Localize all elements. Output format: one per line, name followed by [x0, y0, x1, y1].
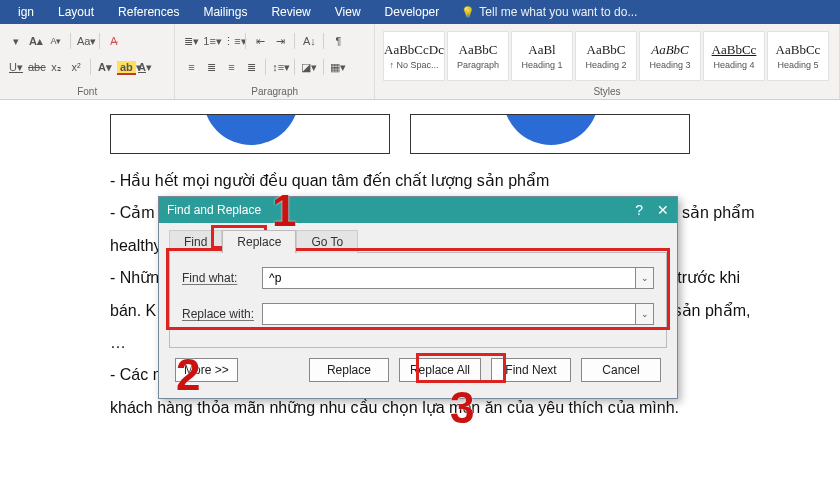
dialog-tabs: Find Replace Go To — [169, 229, 667, 252]
style-name: Heading 2 — [576, 60, 636, 70]
show-marks-icon[interactable]: ¶ — [330, 35, 346, 47]
ribbon-tab-mailings[interactable]: Mailings — [191, 1, 259, 23]
underline-dropdown-icon[interactable]: U▾ — [8, 61, 24, 74]
more-button[interactable]: More >> — [175, 358, 238, 382]
find-what-field: Find what: ⌄ — [182, 267, 654, 289]
style-name: Heading 5 — [768, 60, 828, 70]
ribbon: ▾ A▴ A▾ Aa▾ A̶ U▾ abc x₂ x² A▾ ab▾ A▾ Fo… — [0, 24, 840, 100]
superscript-icon[interactable]: x² — [68, 61, 84, 73]
document-area: - Hầu hết mọi người đều quan tâm đến chấ… — [0, 100, 840, 423]
style-preview: AaBbCc — [768, 42, 828, 58]
highlight-icon[interactable]: ab▾ — [117, 61, 133, 74]
style-name: Heading 4 — [704, 60, 764, 70]
bullets-icon[interactable]: ≣▾ — [183, 35, 199, 48]
replace-with-field: Replace with: ⌄ — [182, 303, 654, 325]
style-name: Heading 1 — [512, 60, 572, 70]
font-style-row: U▾ abc x₂ x² A▾ ab▾ A▾ — [8, 54, 166, 80]
font-grow-shrink-row: ▾ A▴ A▾ Aa▾ A̶ — [8, 28, 166, 54]
find-what-dropdown[interactable]: ⌄ — [636, 267, 654, 289]
multilevel-list-icon[interactable]: ⋮≡▾ — [223, 35, 239, 48]
style-name: Heading 3 — [640, 60, 700, 70]
style-tile[interactable]: AaBbCcHeading 4 — [703, 31, 765, 81]
lightbulb-icon: 💡 — [461, 6, 475, 19]
font-group-label: Font — [0, 86, 174, 97]
line-spacing-icon[interactable]: ↕≡▾ — [272, 61, 288, 74]
styles-gallery[interactable]: AaBbCcDc↑ No Spac...AaBbCParagraphAaBlHe… — [383, 28, 831, 81]
style-preview: AaBbCcDc — [384, 42, 444, 58]
cancel-button[interactable]: Cancel — [581, 358, 661, 382]
ribbon-tab-references[interactable]: References — [106, 1, 191, 23]
decrease-indent-icon[interactable]: ⇤ — [252, 35, 268, 48]
blue-circle-shape — [203, 114, 299, 145]
grow-font-icon[interactable]: A▴ — [28, 35, 44, 48]
tab-goto[interactable]: Go To — [296, 230, 358, 253]
strikethrough-icon[interactable]: abc — [28, 61, 44, 73]
help-button[interactable]: ? — [635, 202, 643, 218]
blue-circle-shape — [503, 114, 599, 145]
image-frames-row — [110, 114, 810, 154]
paragraph-group-label: Paragraph — [175, 86, 374, 97]
close-button[interactable]: ✕ — [657, 202, 669, 218]
replace-button[interactable]: Replace — [309, 358, 389, 382]
ribbon-tab-view[interactable]: View — [323, 1, 373, 23]
styles-group: AaBbCcDc↑ No Spac...AaBbCParagraphAaBlHe… — [375, 24, 840, 99]
numbering-icon[interactable]: 1≡▾ — [203, 35, 219, 48]
style-tile[interactable]: AaBbCcDc↑ No Spac... — [383, 31, 445, 81]
shrink-font-icon[interactable]: A▾ — [48, 36, 64, 46]
find-replace-dialog: Find and Replace ? ✕ Find Replace Go To … — [158, 196, 678, 399]
replace-with-dropdown[interactable]: ⌄ — [636, 303, 654, 325]
style-tile[interactable]: AaBbCHeading 3 — [639, 31, 701, 81]
ribbon-tab-strip: ign Layout References Mailings Review Vi… — [0, 0, 840, 24]
style-name: Paragraph — [448, 60, 508, 70]
tell-me-placeholder: Tell me what you want to do... — [479, 5, 637, 19]
change-case-icon[interactable]: Aa▾ — [77, 35, 93, 48]
separator — [90, 59, 91, 75]
font-color-icon[interactable]: A▾ — [137, 61, 153, 74]
doc-line: - Hầu hết mọi người đều quan tâm đến chấ… — [110, 166, 810, 196]
separator — [99, 33, 100, 49]
ribbon-tab-developer[interactable]: Developer — [373, 1, 452, 23]
subscript-icon[interactable]: x₂ — [48, 61, 64, 74]
style-preview: AaBl — [512, 42, 572, 58]
paragraph-group: ≣▾ 1≡▾ ⋮≡▾ ⇤ ⇥ A↓ ¶ ≡ ≣ ≡ ≣ ↕≡▾ ◪▾ ▦▾ Pa… — [175, 24, 375, 99]
style-tile[interactable]: AaBbCHeading 2 — [575, 31, 637, 81]
replace-with-input[interactable] — [262, 303, 636, 325]
find-next-button[interactable]: Find Next — [491, 358, 571, 382]
sort-icon[interactable]: A↓ — [301, 35, 317, 47]
tab-find[interactable]: Find — [169, 230, 222, 253]
replace-with-label: Replace with: — [182, 307, 262, 321]
shading-icon[interactable]: ◪▾ — [301, 61, 317, 74]
text-effects-icon[interactable]: A▾ — [97, 61, 113, 74]
ribbon-tab-layout[interactable]: Layout — [46, 1, 106, 23]
image-frame[interactable] — [410, 114, 690, 154]
style-preview: AaBbC — [640, 42, 700, 58]
align-right-icon[interactable]: ≡ — [223, 61, 239, 73]
borders-icon[interactable]: ▦▾ — [330, 61, 346, 74]
increase-indent-icon[interactable]: ⇥ — [272, 35, 288, 48]
font-dropdown-icon[interactable]: ▾ — [8, 35, 24, 48]
align-center-icon[interactable]: ≣ — [203, 61, 219, 74]
dialog-titlebar[interactable]: Find and Replace ? ✕ — [159, 197, 677, 223]
style-tile[interactable]: AaBbCcHeading 5 — [767, 31, 829, 81]
justify-icon[interactable]: ≣ — [243, 61, 259, 74]
image-frame[interactable] — [110, 114, 390, 154]
replace-all-button[interactable]: Replace All — [399, 358, 481, 382]
styles-group-label: Styles — [375, 86, 839, 97]
align-left-icon[interactable]: ≡ — [183, 61, 199, 73]
clear-formatting-icon[interactable]: A̶ — [106, 35, 122, 48]
style-name: ↑ No Spac... — [384, 60, 444, 70]
style-preview: AaBbCc — [704, 42, 764, 58]
ribbon-tab-review[interactable]: Review — [259, 1, 322, 23]
style-tile[interactable]: AaBlHeading 1 — [511, 31, 573, 81]
tab-replace[interactable]: Replace — [222, 230, 296, 253]
dialog-body: Find Replace Go To Find what: ⌄ Replace … — [159, 223, 677, 398]
style-preview: AaBbC — [576, 42, 636, 58]
style-preview: AaBbC — [448, 42, 508, 58]
find-what-label: Find what: — [182, 271, 262, 285]
dialog-buttons: More >> Replace Replace All Find Next Ca… — [169, 348, 667, 384]
tell-me-search[interactable]: 💡 Tell me what you want to do... — [461, 5, 637, 19]
ribbon-tab-design[interactable]: ign — [6, 1, 46, 23]
separator — [70, 33, 71, 49]
style-tile[interactable]: AaBbCParagraph — [447, 31, 509, 81]
find-what-input[interactable] — [262, 267, 636, 289]
